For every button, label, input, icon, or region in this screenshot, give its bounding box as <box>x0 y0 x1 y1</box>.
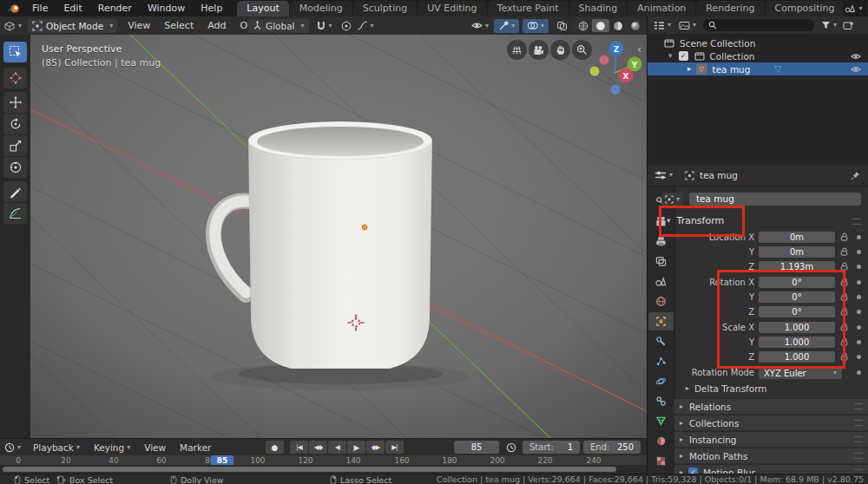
tab-object-data[interactable] <box>648 412 674 430</box>
sidebar-collapse-icon[interactable]: ‹ <box>637 43 641 56</box>
editor-type-button[interactable]: ▾ <box>3 21 22 31</box>
tab-modeling[interactable]: Modeling <box>290 1 352 16</box>
pan-view-button[interactable] <box>550 40 570 60</box>
pin-icon[interactable] <box>851 171 860 180</box>
tab-layout[interactable]: Layout <box>237 1 288 16</box>
tab-texture[interactable] <box>648 452 674 470</box>
tab-rendering[interactable]: Rendering <box>696 1 764 16</box>
jump-to-start-button[interactable]: |◀ <box>290 441 308 454</box>
camera-view-button[interactable] <box>529 40 549 60</box>
location-x-field[interactable]: 0m <box>759 232 835 243</box>
use-preview-range-icon[interactable] <box>506 442 516 453</box>
menu-render[interactable]: Render <box>90 3 140 14</box>
snap-toggle[interactable]: ▾ <box>316 21 332 31</box>
tool-transform[interactable] <box>3 157 27 178</box>
disclosure-icon[interactable]: ▾ <box>668 52 673 60</box>
outliner-search-input[interactable] <box>703 19 814 31</box>
tab-particles[interactable] <box>648 352 674 370</box>
panel-drag-handle[interactable] <box>854 403 863 409</box>
animate-dot-icon[interactable] <box>857 280 861 285</box>
outliner-display-mode-dropdown[interactable]: ▾ <box>679 21 696 30</box>
outliner-filter-dropdown[interactable]: ▾ <box>821 21 837 29</box>
tab-sculpting[interactable]: Sculpting <box>353 1 417 16</box>
record-button[interactable]: ● <box>266 441 284 454</box>
shading-solid-button[interactable] <box>592 19 609 32</box>
delta-transform-subpanel[interactable]: ▸ Delta Transform <box>686 383 767 394</box>
outliner-row-tea-mug[interactable]: ▸ ▽ tea mug ▽ <box>648 62 868 75</box>
lock-icon[interactable] <box>840 247 849 256</box>
tab-world[interactable] <box>648 292 674 311</box>
tab-physics[interactable] <box>648 372 674 390</box>
properties-editor-type-button[interactable]: ▾ <box>654 170 673 180</box>
tab-view-layer[interactable] <box>648 252 674 271</box>
proportional-editing-toggle[interactable] <box>341 21 352 31</box>
tab-modifiers[interactable] <box>648 332 674 350</box>
scrollbar-thumb[interactable] <box>3 467 616 472</box>
shading-wireframe-button[interactable] <box>575 19 592 32</box>
outliner-editor-type-button[interactable]: ▾ <box>654 21 671 30</box>
menu-file[interactable]: File <box>24 3 56 14</box>
outliner-row-scene-collection[interactable]: Scene Collection <box>648 36 868 49</box>
hide-object-eye-icon[interactable] <box>851 65 861 74</box>
tab-constraints[interactable] <box>648 392 674 410</box>
rotation-mode-dropdown[interactable]: XYZ Euler ▾ <box>759 367 842 379</box>
viewport-3d[interactable]: Z Y X User Perspective (85) Collection |… <box>30 35 647 438</box>
menu-help[interactable]: Help <box>193 3 230 14</box>
animate-dot-icon[interactable] <box>857 340 861 344</box>
tab-compositing[interactable]: Compositing <box>766 1 845 16</box>
panel-relations[interactable]: ▸ Relations <box>674 398 868 414</box>
collection-checkbox[interactable]: ✓ <box>679 51 688 61</box>
menu-view[interactable]: View <box>121 20 157 31</box>
tab-object[interactable] <box>648 312 674 330</box>
animate-dot-icon[interactable] <box>857 265 861 269</box>
tab-animation[interactable]: Animation <box>628 1 695 16</box>
zoom-view-button[interactable] <box>572 40 592 60</box>
timeline-scrollbar[interactable] <box>0 465 647 474</box>
gizmo-axis-neg-y[interactable] <box>590 67 600 76</box>
blender-logo-icon[interactable] <box>7 3 21 14</box>
play-reverse-button[interactable]: ◀ <box>328 441 346 454</box>
animate-dot-icon[interactable] <box>857 325 861 330</box>
timeline-editor-type-button[interactable]: ▾ <box>4 442 21 453</box>
overlays-toggle[interactable]: ▾ <box>523 19 549 33</box>
mode-dropdown[interactable]: Object Mode ▾ <box>28 19 117 33</box>
shading-rendered-button[interactable] <box>627 19 644 32</box>
animate-dot-icon[interactable] <box>857 250 861 254</box>
gizmo-axis-neg-x[interactable] <box>600 56 609 65</box>
panel-drag-handle[interactable] <box>854 453 863 459</box>
tab-uv-editing[interactable]: UV Editing <box>418 1 486 16</box>
tool-select-box[interactable] <box>3 42 27 62</box>
menu-add[interactable]: Add <box>201 20 233 31</box>
tool-rotate[interactable] <box>3 114 27 134</box>
scene-browse-icon[interactable]: ▾ <box>845 3 862 13</box>
menu-playback[interactable]: Playback▾ <box>26 442 87 453</box>
panel-collections[interactable]: ▸ Collections <box>674 415 868 430</box>
visibility-dropdown[interactable]: ▾ <box>471 21 489 30</box>
frame-start-field[interactable]: Start:1 <box>523 441 580 454</box>
prev-keyframe-button[interactable]: ◀◆ <box>309 441 327 454</box>
tool-measure[interactable] <box>3 203 27 224</box>
hide-collection-eye-icon[interactable] <box>851 52 861 61</box>
panel-instancing[interactable]: ▸ Instancing <box>674 431 868 447</box>
next-keyframe-button[interactable]: ◆▶ <box>366 441 385 454</box>
viewport-canvas[interactable]: Z Y X <box>30 35 647 438</box>
play-button[interactable]: ▶ <box>347 441 365 454</box>
menu-view[interactable]: View <box>137 442 173 453</box>
toggle-perspective-button[interactable] <box>507 40 527 60</box>
menu-marker[interactable]: Marker <box>173 442 218 453</box>
panel-motion-paths[interactable]: ▸ Motion Paths <box>674 448 868 463</box>
animate-dot-icon[interactable] <box>857 310 861 314</box>
orientation-dropdown[interactable]: Global ▾ <box>248 19 309 33</box>
tab-material[interactable] <box>648 432 674 450</box>
tab-scene[interactable] <box>648 272 674 291</box>
panel-drag-handle[interactable] <box>852 219 861 225</box>
menu-window[interactable]: Window <box>140 3 193 14</box>
menu-keying[interactable]: Keying▾ <box>87 442 137 453</box>
xray-toggle[interactable] <box>556 21 568 31</box>
tool-scale[interactable] <box>3 135 27 156</box>
falloff-dropdown[interactable]: ▾ <box>357 21 374 30</box>
gizmo-axis-neg-z[interactable] <box>611 85 621 95</box>
tool-cursor[interactable] <box>3 68 27 88</box>
panel-drag-handle[interactable] <box>854 436 863 442</box>
object-id-dropdown[interactable]: ▾ <box>661 193 683 206</box>
